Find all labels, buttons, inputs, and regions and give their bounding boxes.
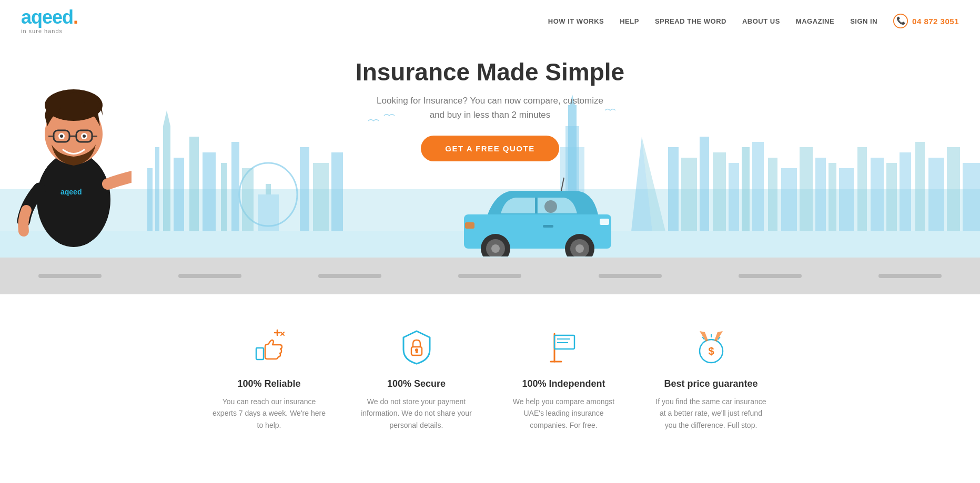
svg-rect-18 — [313, 163, 329, 231]
road-dash — [178, 274, 241, 278]
nav-magazine[interactable]: MAGAZINE — [796, 17, 834, 25]
svg-rect-63 — [465, 222, 474, 229]
flag-icon — [543, 326, 585, 368]
svg-rect-8 — [174, 158, 184, 231]
feature-secure-title: 100% Secure — [387, 378, 446, 389]
svg-point-73 — [544, 200, 557, 213]
hero-subtitle: Looking for Insurance? You can now compa… — [0, 94, 980, 122]
road-dash — [739, 274, 802, 278]
svg-rect-42 — [900, 152, 911, 231]
svg-rect-37 — [829, 163, 836, 231]
feature-best-price-desc: If you find the same car insurance at a … — [653, 396, 769, 431]
svg-rect-27 — [681, 158, 697, 231]
main-nav: HOW IT WORKS HELP SPREAD THE WORD ABOUT … — [548, 14, 959, 28]
road-dash — [458, 274, 521, 278]
svg-text:$: $ — [708, 345, 714, 357]
thumbs-up-icon — [248, 326, 290, 368]
logo[interactable]: aqeed. in sure hands — [21, 8, 78, 34]
car-illustration — [459, 172, 617, 259]
svg-rect-11 — [221, 163, 227, 231]
svg-rect-41 — [886, 163, 897, 231]
svg-rect-4 — [147, 168, 153, 231]
svg-rect-40 — [871, 158, 884, 231]
svg-point-47 — [37, 152, 110, 247]
svg-point-70 — [575, 244, 584, 253]
header: aqeed. in sure hands HOW IT WORKS HELP S… — [0, 0, 980, 42]
feature-independent-title: 100% Independent — [522, 378, 605, 389]
svg-point-58 — [60, 135, 63, 138]
features-section: 100% Reliable You can reach our insuranc… — [0, 294, 980, 463]
svg-rect-64 — [600, 219, 609, 225]
svg-text:aqeed: aqeed — [60, 188, 82, 196]
hero-section: Insurance Made Simple Looking for Insura… — [0, 42, 980, 294]
lock-shield-icon — [396, 326, 438, 368]
svg-rect-44 — [928, 158, 944, 231]
svg-point-59 — [83, 135, 86, 138]
road-dash — [599, 274, 662, 278]
road-dash — [38, 274, 102, 278]
svg-rect-78 — [256, 348, 264, 359]
svg-rect-36 — [815, 158, 826, 231]
road-lines — [0, 274, 980, 278]
svg-rect-16 — [242, 168, 254, 231]
svg-rect-72 — [543, 225, 553, 228]
svg-rect-30 — [729, 163, 739, 231]
feature-secure-desc: We do not store your payment information… — [359, 396, 474, 431]
feature-reliable-desc: You can reach our insurance experts 7 da… — [211, 396, 327, 431]
road-dash — [878, 274, 942, 278]
feature-independent: 100% Independent We help you compare amo… — [506, 326, 622, 431]
hero-title: Insurance Made Simple — [0, 58, 980, 86]
phone-number[interactable]: 04 872 3051 — [912, 17, 959, 26]
logo-text: aqeed. — [21, 8, 78, 27]
svg-rect-38 — [839, 168, 854, 231]
medal-icon: $ — [690, 326, 732, 368]
svg-rect-29 — [713, 152, 726, 231]
nav-sign-in[interactable]: SIGN IN — [850, 17, 877, 25]
svg-rect-34 — [781, 168, 797, 231]
svg-rect-46 — [963, 163, 980, 231]
feature-reliable-title: 100% Reliable — [237, 378, 300, 389]
svg-rect-10 — [203, 152, 216, 231]
road-dash — [318, 274, 381, 278]
phone-icon: 📞 — [893, 14, 908, 28]
nav-help[interactable]: HELP — [620, 17, 639, 25]
nav-about-us[interactable]: ABOUT US — [742, 17, 780, 25]
svg-rect-81 — [416, 351, 418, 353]
svg-rect-13 — [258, 194, 279, 231]
feature-best-price-title: Best price guarantee — [664, 378, 757, 389]
svg-line-71 — [561, 178, 564, 191]
character-illustration: aqeed — [16, 53, 132, 263]
svg-rect-33 — [768, 158, 777, 231]
svg-text:📞: 📞 — [896, 16, 906, 25]
get-free-quote-button[interactable]: GET A FREE QUOTE — [421, 136, 559, 161]
hero-content: Insurance Made Simple Looking for Insura… — [0, 42, 980, 161]
svg-point-67 — [491, 244, 500, 253]
logo-tagline: in sure hands — [21, 28, 63, 34]
nav-how-it-works[interactable]: HOW IT WORKS — [548, 17, 604, 25]
feature-secure: 100% Secure We do not store your payment… — [359, 326, 474, 431]
feature-reliable: 100% Reliable You can reach our insuranc… — [211, 326, 327, 431]
svg-rect-19 — [331, 152, 343, 231]
road — [0, 258, 980, 294]
phone-wrapper: 📞 04 872 3051 — [893, 14, 959, 28]
feature-independent-desc: We help you compare amongst UAE's leadin… — [506, 396, 622, 431]
feature-best-price: $ Best price guarantee If you find the s… — [653, 326, 769, 431]
svg-rect-14 — [266, 184, 271, 194]
nav-spread-the-word[interactable]: SPREAD THE WORD — [655, 17, 726, 25]
